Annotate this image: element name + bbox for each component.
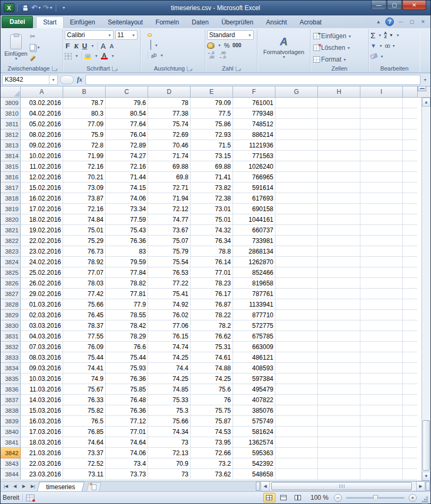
cell-C3840[interactable]: 77.01 bbox=[106, 427, 148, 437]
row-header-3819[interactable]: 3819 bbox=[1, 204, 21, 214]
cell-B3838[interactable]: 75.82 bbox=[63, 405, 106, 416]
scroll-down-button[interactable]: ▼ bbox=[422, 472, 430, 481]
sort-filter-button[interactable]: AZ bbox=[384, 31, 387, 39]
cell-D3826[interactable]: 77.22 bbox=[148, 278, 191, 289]
cell-I3840[interactable] bbox=[360, 427, 403, 437]
cell-B3820[interactable]: 74.84 bbox=[63, 214, 106, 225]
vertical-scroll-track[interactable] bbox=[422, 107, 430, 472]
row-header-3832[interactable]: 3832 bbox=[1, 342, 21, 352]
cell-I3810[interactable] bbox=[360, 108, 403, 119]
cell-partial[interactable] bbox=[403, 246, 417, 257]
cell-F3820[interactable]: 1044161 bbox=[233, 214, 275, 225]
ribbon-tab-überprüfen[interactable]: Überprüfen bbox=[215, 17, 260, 28]
ribbon-tab-daten[interactable]: Daten bbox=[185, 17, 215, 28]
cell-C3834[interactable]: 75.93 bbox=[106, 363, 148, 373]
cell-A3821[interactable]: 19.02.2016 bbox=[21, 225, 63, 236]
cell-F3815[interactable]: 1026240 bbox=[233, 161, 275, 172]
cell-E3833[interactable]: 74.61 bbox=[191, 352, 233, 363]
cell-A3838[interactable]: 15.03.2016 bbox=[21, 405, 63, 416]
cell-F3813[interactable]: 1121936 bbox=[233, 140, 275, 151]
next-sheet-button[interactable]: ▶ bbox=[20, 484, 28, 489]
cell-B3824[interactable]: 78.92 bbox=[63, 257, 106, 267]
row-header-3840[interactable]: 3840 bbox=[1, 427, 21, 437]
cell-partial[interactable] bbox=[403, 108, 417, 119]
cell-G3810[interactable] bbox=[275, 108, 318, 119]
cell-D3810[interactable]: 77.38 bbox=[148, 108, 191, 119]
cell-D3818[interactable]: 71.94 bbox=[148, 193, 191, 204]
row-header-3838[interactable]: 3838 bbox=[1, 405, 21, 416]
cell-F3840[interactable]: 581624 bbox=[233, 427, 275, 437]
cell-C3811[interactable]: 77.64 bbox=[106, 119, 148, 129]
cell-I3830[interactable] bbox=[360, 320, 403, 331]
zoom-slider[interactable] bbox=[346, 497, 404, 499]
cell-B3826[interactable]: 78.03 bbox=[63, 278, 106, 289]
cell-partial[interactable] bbox=[403, 193, 417, 204]
cell-A3818[interactable]: 16.02.2016 bbox=[21, 193, 63, 204]
cell-D3809[interactable]: 78 bbox=[148, 98, 191, 108]
bold-button[interactable]: F bbox=[65, 42, 71, 50]
excel-logo-icon[interactable]: X bbox=[4, 3, 14, 12]
cell-F3810[interactable]: 779348 bbox=[233, 108, 275, 119]
cell-A3832[interactable]: 07.03.2016 bbox=[21, 342, 63, 352]
cell-B3833[interactable]: 75.44 bbox=[63, 352, 106, 363]
cell-I3816[interactable] bbox=[360, 172, 403, 183]
cell-D3835[interactable]: 74.25 bbox=[148, 373, 191, 384]
cell-G3824[interactable] bbox=[275, 257, 318, 267]
cell-F3836[interactable]: 495479 bbox=[233, 384, 275, 395]
cell-G3821[interactable] bbox=[275, 225, 318, 236]
name-box[interactable]: K3842 ▼ bbox=[2, 75, 58, 85]
cell-D3823[interactable]: 75.79 bbox=[148, 246, 191, 257]
currency-icon[interactable] bbox=[207, 42, 214, 49]
cell-I3824[interactable] bbox=[360, 257, 403, 267]
cell-F3812[interactable]: 886214 bbox=[233, 129, 275, 140]
cell-I3841[interactable] bbox=[360, 437, 403, 448]
cell-B3821[interactable]: 75.01 bbox=[63, 225, 106, 236]
cell-partial[interactable] bbox=[403, 448, 417, 458]
wrap-text-button[interactable]: ab bbox=[150, 51, 157, 59]
cell-F3816[interactable]: 766965 bbox=[233, 172, 275, 183]
cell-I3817[interactable] bbox=[360, 183, 403, 193]
cell-F3827[interactable]: 787761 bbox=[233, 289, 275, 299]
ribbon-tab-datei[interactable]: Datei bbox=[2, 16, 33, 28]
cell-A3830[interactable]: 03.03.2016 bbox=[21, 320, 63, 331]
cell-B3816[interactable]: 70.21 bbox=[63, 172, 106, 183]
column-header-G[interactable]: G bbox=[275, 86, 318, 97]
cell-E3835[interactable]: 74.25 bbox=[191, 373, 233, 384]
row-header-3811[interactable]: 3811 bbox=[1, 119, 21, 129]
collapse-ribbon-icon[interactable]: ▲ bbox=[374, 18, 383, 25]
cell-A3833[interactable]: 08.03.2016 bbox=[21, 352, 63, 363]
cell-H3830[interactable] bbox=[318, 320, 360, 331]
cell-E3816[interactable]: 71.41 bbox=[191, 172, 233, 183]
cell-E3817[interactable]: 73.82 bbox=[191, 183, 233, 193]
cell-C3841[interactable]: 74.64 bbox=[106, 437, 148, 448]
cell-D3842[interactable]: 72.13 bbox=[148, 448, 191, 458]
cell-I3838[interactable] bbox=[360, 405, 403, 416]
cell-A3837[interactable]: 14.03.2016 bbox=[21, 395, 63, 405]
cell-B3839[interactable]: 76.5 bbox=[63, 416, 106, 427]
cell-D3837[interactable]: 75.33 bbox=[148, 395, 191, 405]
cell-H3810[interactable] bbox=[318, 108, 360, 119]
cell-A3813[interactable]: 09.02.2016 bbox=[21, 140, 63, 151]
cell-G3825[interactable] bbox=[275, 267, 318, 278]
cell-F3844[interactable]: 548658 bbox=[233, 469, 275, 480]
cell-F3828[interactable]: 1133941 bbox=[233, 299, 275, 310]
zoom-slider-thumb[interactable] bbox=[373, 495, 378, 501]
cell-H3828[interactable] bbox=[318, 299, 360, 310]
row-header-3839[interactable]: 3839 bbox=[1, 416, 21, 427]
cell-E3838[interactable]: 75.75 bbox=[191, 405, 233, 416]
cell-I3828[interactable] bbox=[360, 299, 403, 310]
cell-C3815[interactable]: 72.16 bbox=[106, 161, 148, 172]
row-header-3842[interactable]: 3842 bbox=[1, 448, 21, 458]
cell-A3836[interactable]: 11.03.2016 bbox=[21, 384, 63, 395]
cell-E3814[interactable]: 73.15 bbox=[191, 151, 233, 161]
cell-I3842[interactable] bbox=[360, 448, 403, 458]
cell-I3834[interactable] bbox=[360, 363, 403, 373]
cell-B3812[interactable]: 75.9 bbox=[63, 129, 106, 140]
cell-A3819[interactable]: 17.02.2016 bbox=[21, 204, 63, 214]
column-header-I[interactable]: I bbox=[360, 86, 403, 97]
cell-B3832[interactable]: 76.09 bbox=[63, 342, 106, 352]
minimize-button[interactable]: — bbox=[371, 1, 386, 10]
cell-F3824[interactable]: 1262870 bbox=[233, 257, 275, 267]
cell-C3836[interactable]: 75.85 bbox=[106, 384, 148, 395]
workbook-close-button[interactable]: ✕ bbox=[419, 18, 427, 25]
